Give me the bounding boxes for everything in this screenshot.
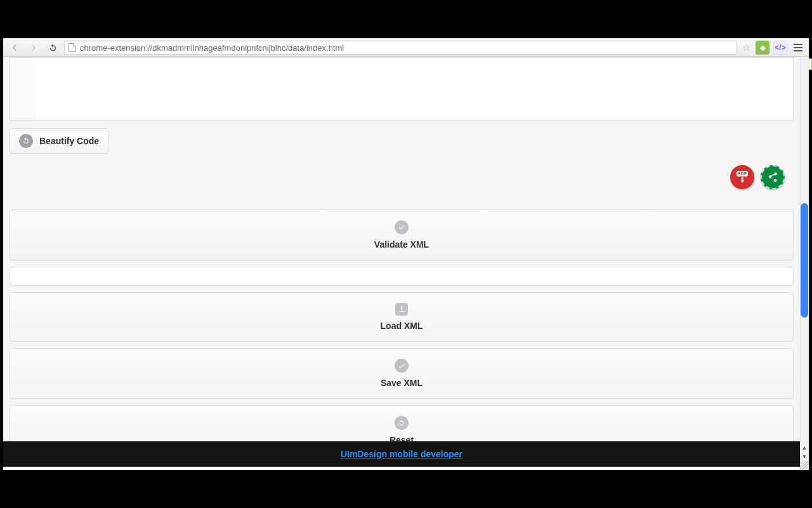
save-xml-button[interactable]: Save XML	[10, 348, 794, 399]
address-bar[interactable]: chrome-extension://dkmadmmllnhageafmdonl…	[64, 41, 737, 55]
pdf-icon: PDF	[737, 171, 748, 177]
refresh-icon	[19, 134, 33, 148]
action-panels: Validate XML Load XML Save XML Reset	[10, 210, 794, 456]
url-text: chrome-extension://dkmadmmllnhageafmdonl…	[80, 43, 344, 53]
beautify-button[interactable]: Beautify Code	[10, 128, 108, 154]
line-gutter	[10, 58, 34, 120]
page-content: Beautify Code PDF ⬇ Validate XML	[3, 57, 800, 456]
status-panel	[10, 267, 794, 286]
refresh-icon	[395, 416, 409, 430]
validate-xml-button[interactable]: Validate XML	[10, 210, 794, 260]
export-pdf-button[interactable]: PDF ⬇	[730, 165, 754, 189]
page-icon	[69, 43, 76, 52]
scrollbar-thumb[interactable]	[801, 203, 808, 318]
validate-label: Validate XML	[16, 239, 787, 250]
check-icon	[395, 220, 409, 234]
share-icon	[767, 171, 778, 183]
browser-toolbar: chrome-extension://dkmadmmllnhageafmdonl…	[3, 38, 809, 57]
load-xml-button[interactable]: Load XML	[10, 292, 794, 342]
back-button[interactable]	[7, 40, 22, 55]
share-button[interactable]	[761, 165, 785, 189]
reload-button[interactable]	[45, 40, 60, 55]
save-label: Save XML	[16, 378, 787, 388]
code-area[interactable]	[34, 58, 793, 120]
download-arrow-icon: ⬇	[740, 177, 745, 184]
page-viewport: Beautify Code PDF ⬇ Validate XML	[3, 57, 809, 470]
extension-icon-xml-editor[interactable]: </>	[773, 41, 787, 55]
load-label: Load XML	[16, 321, 787, 331]
page-footer: UImDesign mobile developer	[3, 441, 800, 467]
beautify-label: Beautify Code	[39, 136, 99, 146]
scroll-down-icon[interactable]: ▼	[800, 452, 809, 461]
bookmark-star-icon[interactable]: ☆	[741, 42, 752, 53]
chrome-menu-button[interactable]	[791, 44, 805, 51]
resize-grip[interactable]	[800, 461, 809, 470]
scrollbar[interactable]: ▲ ▼	[800, 57, 809, 470]
code-editor[interactable]	[10, 57, 794, 121]
extension-icon-1[interactable]: ◆	[756, 41, 769, 55]
footer-link[interactable]: UImDesign mobile developer	[341, 449, 462, 459]
check-icon	[395, 359, 409, 373]
scroll-up-icon[interactable]: ▲	[800, 443, 809, 452]
forward-button[interactable]	[26, 40, 41, 55]
upload-icon	[395, 303, 408, 316]
floating-actions: PDF ⬇	[730, 165, 785, 189]
